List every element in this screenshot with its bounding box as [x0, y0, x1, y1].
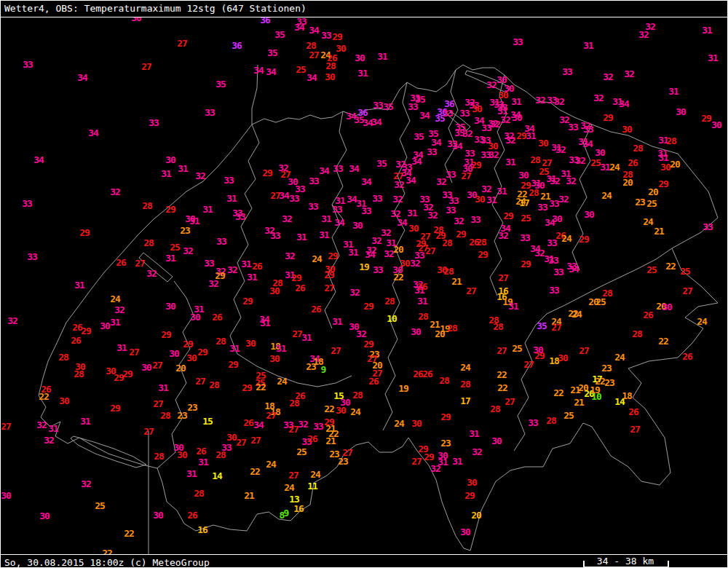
station-temp: 32	[624, 69, 634, 79]
station-temp: 23	[601, 363, 612, 373]
station-temp: 31	[158, 383, 168, 393]
scale-label: 34 - 38 km	[583, 556, 668, 567]
station-temp: 31	[319, 230, 329, 240]
station-temp: 35	[215, 79, 226, 89]
station-temp: 27	[143, 427, 154, 436]
station-temp: 31	[296, 232, 306, 242]
station-temp: 29	[165, 205, 175, 214]
station-temp: 34	[77, 73, 87, 82]
station-temp: 23	[187, 403, 197, 412]
station-temp: 32	[535, 95, 545, 105]
station-temp: 30	[518, 170, 529, 180]
station-temp: 31	[668, 87, 678, 96]
station-temp: 31	[414, 285, 424, 295]
station-temp: 27	[129, 347, 139, 357]
station-temp: 33	[547, 238, 557, 248]
station-temp: 31	[48, 424, 58, 433]
station-temp: 34	[253, 420, 264, 430]
station-temp: 30	[460, 527, 470, 537]
station-temp: 28	[215, 336, 226, 346]
station-temp: 22	[39, 392, 49, 401]
station-temp: 32	[81, 479, 91, 489]
station-temp: 32	[227, 265, 237, 275]
station-temp: 31	[226, 194, 237, 203]
station-temp: 33	[313, 422, 323, 431]
station-temp: 34	[582, 139, 593, 149]
station-temp: 31	[708, 53, 718, 63]
station-temp: 32	[356, 329, 366, 339]
station-temp: 33	[549, 285, 559, 295]
station-temp: 26	[243, 418, 253, 427]
station-temp: 25	[95, 501, 105, 510]
station-temp: 32	[264, 226, 274, 235]
station-temp: 21	[244, 491, 254, 500]
station-temp: 27	[579, 346, 589, 355]
station-temp: 33	[537, 202, 547, 212]
station-temp: 22	[553, 388, 563, 398]
station-temp: 32	[110, 187, 120, 197]
station-temp: 32	[505, 135, 515, 145]
station-temp: 31	[702, 25, 712, 35]
station-temp: 27	[177, 39, 187, 48]
station-temp: 28	[530, 155, 540, 165]
station-temp: 33	[459, 109, 470, 118]
station-temp: 30	[336, 44, 346, 53]
station-temp: 34	[371, 117, 381, 127]
station-temp: 33	[520, 233, 530, 242]
station-temp: 32	[486, 80, 496, 90]
station-temp: 33	[408, 102, 418, 111]
station-temp: 34	[619, 99, 629, 109]
station-temp: 31	[260, 318, 270, 328]
station-temp: 10	[591, 392, 601, 401]
station-temp: 33	[528, 418, 538, 427]
station-temp: 31	[241, 259, 251, 269]
station-temp: 34	[349, 164, 359, 173]
station-temp: 26	[643, 310, 653, 320]
station-temp: 25	[596, 297, 606, 307]
station-temp: 34	[88, 128, 98, 138]
station-temp: 32	[381, 228, 391, 237]
station-temp: 32	[285, 251, 295, 261]
station-temp: 21	[654, 226, 664, 236]
station-temp: 28	[352, 390, 363, 400]
station-temp: 28	[194, 489, 204, 498]
station-temp: 32	[500, 115, 510, 125]
station-temp: 27	[461, 171, 471, 181]
station-temp: 27	[425, 246, 435, 256]
station-temp: 29	[161, 330, 171, 339]
window-title: Wetter4, OBS: Temperaturmaximum 12stg (6…	[4, 3, 306, 14]
station-temp: 32	[550, 176, 560, 186]
station-temp: 29	[603, 113, 613, 122]
station-temp: 29	[183, 339, 193, 349]
station-temp: 26	[71, 336, 81, 345]
station-temp: 29	[242, 383, 252, 393]
station-temp: 9	[321, 365, 326, 374]
station-temp: 24	[110, 294, 120, 304]
station-temp: 33	[446, 170, 456, 179]
station-temp: 26	[628, 158, 638, 167]
station-temp: 28	[143, 238, 154, 248]
station-temp: 28	[209, 380, 219, 390]
station-temp: 26	[682, 352, 692, 361]
station-temp: 31	[116, 343, 127, 352]
station-temp: 27	[292, 329, 302, 339]
station-temp: 26	[116, 258, 126, 267]
station-temp: 35	[376, 159, 387, 168]
station-temp: 15	[202, 417, 213, 426]
station-temp: 33	[553, 267, 563, 277]
station-temp: 32	[410, 259, 420, 268]
station-temp: 27	[466, 286, 476, 296]
station-temp: 28	[447, 323, 457, 333]
station-temp: 28	[633, 143, 643, 153]
station-temp: 32	[436, 177, 446, 186]
station-temp: 27	[411, 457, 422, 466]
station-temp: 29	[81, 326, 91, 336]
station-temp: 32	[146, 269, 157, 278]
station-temp: 31	[357, 68, 368, 78]
station-temp: 22	[497, 383, 507, 393]
station-temp: 34	[452, 141, 462, 151]
station-temp: 32	[36, 420, 47, 430]
station-temp: 31	[407, 208, 417, 218]
station-temp: 34	[405, 175, 416, 185]
station-temp: 33	[703, 222, 713, 232]
